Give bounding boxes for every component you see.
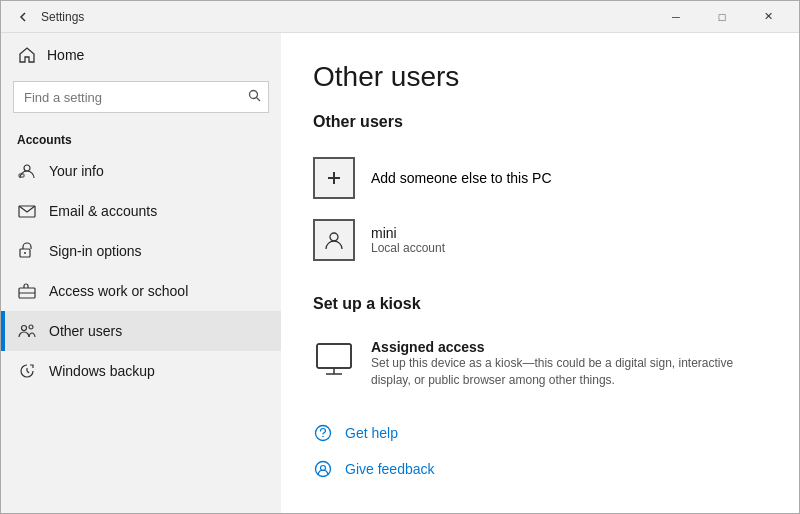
minimize-button[interactable]: ─ [653,1,699,33]
user-mini-name: mini [371,225,445,241]
svg-point-2 [24,165,30,171]
add-user-label: Add someone else to this PC [371,170,552,186]
home-icon [17,45,37,65]
kiosk-icon-box [313,339,355,381]
window-controls: ─ □ ✕ [653,1,791,33]
sidebar-item-email[interactable]: Email & accounts [1,191,281,231]
svg-point-9 [22,326,27,331]
get-help-icon [313,423,333,443]
sidebar-section-label: Accounts [1,125,281,151]
give-feedback-icon [313,459,333,479]
get-help-label: Get help [345,425,398,441]
content-area: Other users Other users Add someone else… [281,33,799,513]
svg-rect-17 [317,344,351,368]
page-title: Other users [313,61,767,93]
backup-icon [17,361,37,381]
user-mini-icon-box [313,219,355,261]
kiosk-section-title: Set up a kiosk [313,295,767,313]
kiosk-item-title: Assigned access [371,339,751,355]
other-users-section-title: Other users [313,113,767,131]
kiosk-section: Set up a kiosk Assigned access Set up th… [313,295,767,399]
sidebar: Home Accounts [1,33,281,513]
app-body: Home Accounts [1,33,799,513]
sidebar-item-access-work[interactable]: Access work or school [1,271,281,311]
home-label: Home [47,47,84,63]
close-button[interactable]: ✕ [745,1,791,33]
back-button[interactable] [9,3,37,31]
sidebar-home[interactable]: Home [1,33,281,77]
sidebar-item-label-your-info: Your info [49,163,104,179]
briefcase-icon [17,281,37,301]
get-help-link[interactable]: Get help [313,415,767,451]
svg-rect-3 [19,174,24,177]
give-feedback-link[interactable]: Give feedback [313,451,767,487]
other-users-icon [17,321,37,341]
your-info-icon [17,161,37,181]
user-mini-info: mini Local account [371,225,445,255]
add-user-icon-box [313,157,355,199]
user-mini-item[interactable]: mini Local account [313,209,767,271]
svg-point-15 [330,233,338,241]
sidebar-search-container [13,81,269,113]
settings-window: Settings ─ □ ✕ Home [0,0,800,514]
svg-point-10 [29,325,33,329]
sidebar-item-other-users[interactable]: Other users [1,311,281,351]
search-icon [248,89,261,105]
sidebar-item-label-windows-backup: Windows backup [49,363,155,379]
maximize-button[interactable]: □ [699,1,745,33]
svg-point-6 [24,252,26,254]
kiosk-item-desc: Set up this device as a kiosk—this could… [371,355,751,389]
sidebar-item-sign-in[interactable]: Sign-in options [1,231,281,271]
sidebar-item-label-access-work: Access work or school [49,283,188,299]
svg-point-0 [250,91,258,99]
assigned-access-item: Assigned access Set up this device as a … [313,329,767,399]
sidebar-item-label-other-users: Other users [49,323,122,339]
sidebar-item-windows-backup[interactable]: Windows backup [1,351,281,391]
other-users-section: Other users Add someone else to this PC [313,113,767,271]
window-title: Settings [41,10,653,24]
search-input[interactable] [13,81,269,113]
svg-rect-16 [317,344,351,368]
kiosk-item-text: Assigned access Set up this device as a … [371,339,751,389]
sidebar-item-label-email: Email & accounts [49,203,157,219]
links-section: Get help Give feedback [313,415,767,487]
give-feedback-label: Give feedback [345,461,435,477]
svg-line-12 [27,371,29,373]
sidebar-item-your-info[interactable]: Your info [1,151,281,191]
sidebar-item-label-sign-in: Sign-in options [49,243,142,259]
titlebar: Settings ─ □ ✕ [1,1,799,33]
svg-line-1 [257,98,261,102]
user-mini-sub: Local account [371,241,445,255]
email-icon [17,201,37,221]
sign-in-icon [17,241,37,261]
add-user-item[interactable]: Add someone else to this PC [313,147,767,209]
